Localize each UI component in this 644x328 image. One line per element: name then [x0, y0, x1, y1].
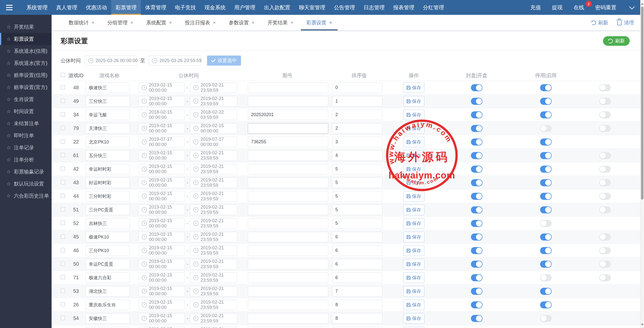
save-button[interactable]: 保存: [403, 191, 424, 202]
holiday-end-input[interactable]: 2019-02-21 23:59:59: [190, 96, 237, 107]
close-open-toggle[interactable]: [471, 152, 482, 159]
sort-value-input[interactable]: 8: [332, 327, 382, 328]
close-tab-icon[interactable]: ×: [252, 20, 254, 25]
sidebar-item-6[interactable]: ☆生肖设置: [0, 93, 52, 105]
disable-enable-toggle[interactable]: [540, 220, 552, 227]
extra-toggle[interactable]: [599, 125, 611, 132]
holiday-end-input[interactable]: 2019-02-21 23:59:59: [190, 327, 237, 328]
game-name-input[interactable]: 三分PK10: [86, 245, 130, 256]
disable-enable-toggle[interactable]: [540, 84, 552, 91]
disable-enable-toggle[interactable]: [540, 166, 552, 173]
issue-number-input[interactable]: 736255: [248, 137, 328, 147]
sort-value-input[interactable]: 5: [332, 191, 382, 202]
sort-value-input[interactable]: 6: [332, 272, 382, 283]
save-button[interactable]: 保存: [403, 150, 424, 161]
holiday-start-input[interactable]: 2019-02-15 00:00:00: [138, 300, 185, 310]
top-menu-item-4[interactable]: 体育管理: [141, 0, 171, 15]
row-checkbox[interactable]: [61, 289, 65, 293]
holiday-end-input[interactable]: 2019-02-21 23:59:59: [190, 150, 237, 161]
sidebar-item-12[interactable]: ☆彩票输赢记录: [0, 166, 52, 178]
issue-number-input[interactable]: [248, 286, 328, 297]
row-checkbox[interactable]: [61, 126, 65, 130]
close-open-toggle[interactable]: [471, 315, 482, 322]
row-checkbox[interactable]: [61, 139, 65, 144]
holiday-end-input[interactable]: 2019-02-15 00:00:00: [190, 123, 237, 134]
sort-value-input[interactable]: 2: [332, 123, 382, 134]
holiday-start-input[interactable]: 2019-02-15 00:00:00: [138, 96, 185, 107]
holiday-start-input[interactable]: 2019-02-15 00:00:00: [138, 313, 185, 324]
disable-enable-toggle[interactable]: [540, 206, 552, 213]
row-checkbox[interactable]: [61, 153, 65, 157]
disable-enable-toggle[interactable]: [540, 138, 552, 146]
extra-toggle[interactable]: [599, 98, 611, 105]
holiday-end-input[interactable]: 2019-02-21 23:59:59: [190, 218, 237, 229]
game-name-input[interactable]: 安徽快三: [86, 313, 130, 324]
issue-number-input[interactable]: [248, 313, 328, 324]
save-button[interactable]: 保存: [403, 82, 424, 93]
top-menu-item-11[interactable]: 日志管理: [359, 0, 389, 15]
game-name-input[interactable]: 湖北快三: [86, 286, 130, 297]
issue-number-input[interactable]: [248, 82, 328, 93]
tab-5[interactable]: 开奖结果×: [261, 15, 300, 30]
holiday-end-input[interactable]: 2019-02-21 23:59:59: [190, 232, 237, 242]
sidebar-item-13[interactable]: ☆默认玩法设置: [0, 178, 52, 190]
holiday-end-input[interactable]: 2019-02-21 23:59:59: [190, 272, 237, 283]
issue-number-input[interactable]: [248, 123, 328, 134]
holiday-start-input[interactable]: 2019-02-15 00:00:00: [138, 286, 185, 297]
close-open-toggle[interactable]: [471, 301, 482, 308]
extra-toggle[interactable]: [599, 233, 611, 241]
holiday-end-input[interactable]: 2025-03-26 23:59:59: [149, 56, 200, 66]
disable-enable-toggle[interactable]: [540, 301, 552, 308]
sidebar-item-5[interactable]: ☆赔率设置(官方): [0, 81, 52, 93]
row-checkbox[interactable]: [61, 316, 65, 320]
issue-number-input[interactable]: [248, 272, 328, 283]
sidebar-item-14[interactable]: ☆六合彩历史注单: [0, 190, 52, 202]
holiday-start-input[interactable]: 2019-02-15 00:00:00: [138, 82, 185, 93]
issue-number-input[interactable]: 202520201: [248, 110, 328, 120]
close-tab-icon[interactable]: ×: [130, 20, 133, 25]
game-name-input[interactable]: 三分快三: [86, 96, 130, 107]
disable-enable-toggle[interactable]: [540, 233, 552, 241]
game-name-input[interactable]: 三分时时彩: [86, 191, 130, 202]
holiday-start-input[interactable]: 2019-02-15 00:00:00: [138, 259, 185, 269]
save-button[interactable]: 保存: [403, 232, 424, 242]
tab-6[interactable]: 彩票设置×: [300, 15, 339, 30]
game-name-input[interactable]: 五分快三: [86, 150, 130, 161]
issue-number-input[interactable]: [248, 191, 328, 202]
close-open-toggle[interactable]: [471, 84, 482, 91]
sidebar-item-0[interactable]: ☆开奖结果: [0, 21, 52, 33]
extra-toggle[interactable]: [599, 274, 611, 281]
holiday-end-input[interactable]: 2019-02-21 23:59:59: [190, 245, 237, 256]
row-checkbox[interactable]: [61, 166, 65, 171]
holiday-start-input[interactable]: 2019-02-15 00:00:00: [138, 177, 185, 188]
sort-value-input[interactable]: 3: [332, 137, 382, 147]
sidebar-item-9[interactable]: ☆即时注单: [0, 129, 52, 142]
game-name-input[interactable]: 贵州快三: [86, 327, 130, 328]
sort-value-input[interactable]: 8: [332, 300, 382, 310]
holiday-end-input[interactable]: 2019-02-21 23:59:59: [190, 191, 237, 202]
disable-enable-toggle[interactable]: [540, 179, 552, 186]
issue-number-input[interactable]: [248, 96, 328, 107]
holiday-start-input[interactable]: 2019-02-15 00:00:00: [138, 191, 185, 202]
close-open-toggle[interactable]: [471, 233, 482, 241]
save-button[interactable]: 保存: [403, 137, 424, 147]
game-name-input[interactable]: 幸运时时彩: [86, 164, 130, 174]
close-open-toggle[interactable]: [471, 193, 482, 200]
holiday-end-input[interactable]: 2019-07-17 00:00:00: [190, 137, 237, 147]
scroll-down-arrow-icon[interactable]: [641, 324, 643, 327]
issue-number-input[interactable]: [248, 232, 328, 242]
tab-0[interactable]: 数据统计×: [62, 15, 101, 30]
save-button[interactable]: 保存: [403, 245, 424, 256]
holiday-start-input[interactable]: 2019-02-15 00:00:00: [138, 218, 185, 229]
top-menu-item-7[interactable]: 用户管理: [230, 0, 260, 15]
row-checkbox[interactable]: [61, 112, 65, 117]
sort-value-input[interactable]: 4: [332, 150, 382, 161]
topbar-right-item-1[interactable]: 提现: [546, 0, 568, 15]
top-menu-item-13[interactable]: 分红管理: [419, 0, 448, 15]
disable-enable-toggle[interactable]: [540, 98, 552, 105]
holiday-start-input[interactable]: 2025-03-26 00:00:00: [85, 56, 137, 66]
save-button[interactable]: 保存: [403, 164, 424, 174]
tab-3[interactable]: 投注日报表×: [178, 15, 222, 30]
holiday-start-input[interactable]: 2018-02-15 00:00:00: [138, 110, 185, 120]
sidebar-item-11[interactable]: ☆注单分析: [0, 154, 52, 166]
